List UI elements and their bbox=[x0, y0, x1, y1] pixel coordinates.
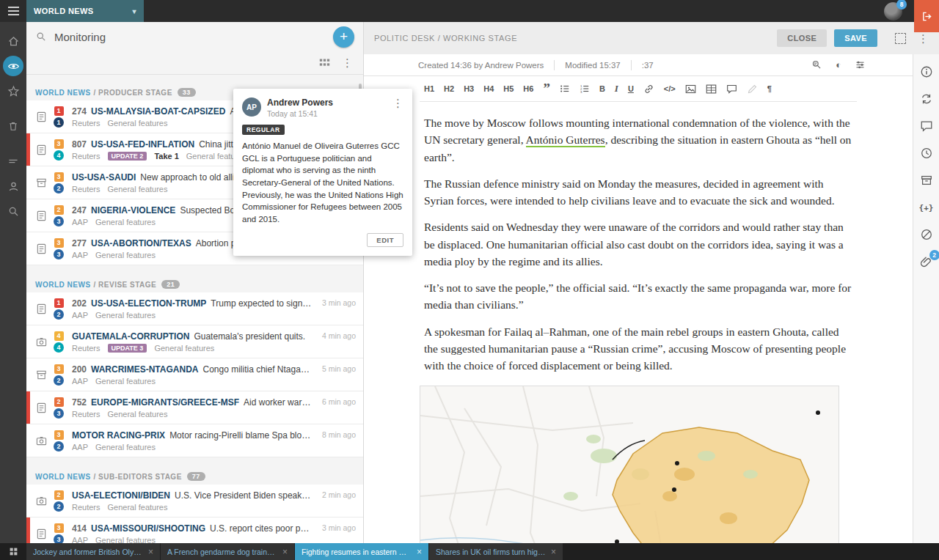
editor-scroll-area[interactable]: H1 H2 H3 H4 H5 H6 ” bbox=[364, 76, 913, 543]
code-button[interactable]: </> bbox=[664, 84, 676, 93]
modified-info: Modified 15:37 bbox=[565, 61, 620, 70]
pilcrow-button[interactable]: ¶ bbox=[767, 84, 772, 93]
editor-settings-icon[interactable] bbox=[855, 59, 866, 70]
item-badges: 22 bbox=[51, 490, 66, 512]
close-tab-icon[interactable]: × bbox=[148, 547, 153, 557]
item-slug: USA-ABORTION/TEXAS bbox=[91, 238, 191, 248]
theme-toggle-icon[interactable]: ◐ bbox=[836, 59, 841, 70]
breadcrumb: POLITIC DESK / WORKING STAGE bbox=[374, 34, 770, 43]
h2-button[interactable]: H2 bbox=[444, 84, 454, 93]
monitoring-icon[interactable] bbox=[3, 56, 23, 76]
opened-article-tab[interactable]: Jockey and former British Olympic..× bbox=[26, 543, 161, 560]
close-tab-icon[interactable]: × bbox=[282, 547, 288, 557]
dashboard-icon[interactable] bbox=[3, 31, 23, 51]
find-replace-icon[interactable] bbox=[811, 59, 822, 70]
h3-button[interactable]: H3 bbox=[464, 84, 474, 93]
italic-button[interactable]: I bbox=[615, 83, 618, 95]
monitoring-item[interactable]: 33414USA-MISSOURI/SHOOTINGU.S. report ci… bbox=[26, 517, 363, 543]
hamburger-menu-icon[interactable] bbox=[0, 0, 26, 22]
close-tab-icon[interactable]: × bbox=[417, 547, 422, 557]
logout-button[interactable] bbox=[914, 0, 939, 32]
item-headline: Guatemala's president quits. bbox=[194, 331, 305, 342]
opened-article-tab[interactable]: Fighting resumes in eastern Ghouta...× bbox=[295, 543, 429, 560]
item-content: 202US-USA-ELECTION-TRUMPTrump expected t… bbox=[66, 298, 315, 320]
group-stage-label: / REVISE STAGE bbox=[94, 281, 157, 289]
versions-history-icon[interactable] bbox=[918, 144, 935, 162]
package-type-icon bbox=[31, 177, 51, 188]
underline-button[interactable]: U bbox=[628, 84, 634, 93]
paragraph: The move by Moscow follows mounting inte… bbox=[424, 114, 852, 166]
apps-grid-icon[interactable] bbox=[0, 543, 26, 560]
map-image bbox=[420, 386, 838, 543]
tab-label: Jockey and former British Olympic.. bbox=[33, 548, 144, 556]
h4-button[interactable]: H4 bbox=[483, 84, 494, 93]
h1-button[interactable]: H1 bbox=[424, 84, 434, 93]
annotation-pencil-icon[interactable] bbox=[747, 84, 758, 95]
attachments-icon[interactable]: 2 bbox=[918, 253, 935, 270]
packages-icon[interactable] bbox=[918, 172, 935, 189]
stage-group-header[interactable]: WORLD NEWS/ REVISE STAGE21 bbox=[26, 274, 363, 292]
close-button[interactable]: CLOSE bbox=[777, 29, 827, 47]
h5-button[interactable]: H5 bbox=[503, 84, 514, 93]
item-headline: New approach to old allianc bbox=[140, 172, 248, 183]
annotated-text[interactable]: António Guterres bbox=[526, 133, 605, 147]
suggestions-icon[interactable] bbox=[918, 90, 935, 108]
blockquote-button[interactable]: ” bbox=[543, 85, 550, 92]
user-profile-icon[interactable] bbox=[3, 176, 23, 196]
urgency-badge: 1 bbox=[54, 298, 64, 308]
close-tab-icon[interactable]: × bbox=[551, 547, 556, 557]
group-count-badge: 77 bbox=[187, 472, 205, 481]
editor-menu-kebab-icon[interactable]: ⋮ bbox=[918, 33, 929, 44]
unordered-list-icon[interactable] bbox=[560, 84, 570, 94]
info-icon[interactable] bbox=[918, 63, 935, 81]
monitoring-item[interactable]: 12202US-USA-ELECTION-TRUMPTrump expected… bbox=[26, 292, 363, 325]
opened-article-tab[interactable]: Shares in UK oil firms turn higher× bbox=[429, 543, 563, 560]
item-content: USA-ELECTIONI/BIDENU.S. Vice President B… bbox=[66, 490, 315, 512]
more-items-icon[interactable] bbox=[3, 151, 23, 172]
search-icon[interactable] bbox=[3, 201, 23, 221]
link-icon[interactable] bbox=[643, 84, 654, 95]
item-content: 752EUROPE-MIGRANTS/GREECE-MSFAid worker … bbox=[66, 397, 315, 419]
bold-button[interactable]: B bbox=[599, 84, 605, 93]
monitoring-item[interactable]: 44GUATEMALA-CORRUPTIONGuatemala's presid… bbox=[26, 325, 363, 358]
monitoring-item[interactable]: 32MOTOR RACING-PRIXMotor racing-Pirelli … bbox=[26, 424, 363, 457]
stage-group-header[interactable]: WORLD NEWS/ SUB-EDITORS STAGE77 bbox=[26, 466, 363, 485]
article-body[interactable]: The move by Moscow follows mounting inte… bbox=[420, 102, 857, 374]
panel-menu-kebab-icon[interactable]: ⋮ bbox=[342, 57, 353, 68]
popup-menu-kebab-icon[interactable]: ⋮ bbox=[392, 97, 403, 108]
left-nav-rail bbox=[0, 22, 26, 543]
search-icon[interactable] bbox=[35, 31, 47, 43]
monitoring-item[interactable]: 23752EUROPE-MIGRANTS/GREECE-MSFAid worke… bbox=[26, 391, 363, 424]
item-timestamp: 6 min ago bbox=[315, 391, 363, 406]
ordered-list-icon[interactable]: 123 bbox=[580, 84, 590, 94]
monitoring-item[interactable]: 22USA-ELECTIONI/BIDENU.S. Vice President… bbox=[26, 485, 363, 517]
item-slug: GUATEMALA-CORRUPTION bbox=[72, 331, 189, 342]
grid-view-icon[interactable] bbox=[319, 57, 330, 68]
urgency-badge: 3 bbox=[54, 238, 64, 248]
monitoring-panel: Monitoring + ⋮ WORLD NEWS/ PRODUCER STAG… bbox=[26, 22, 364, 543]
comments-icon[interactable] bbox=[918, 117, 935, 135]
workspace-selector[interactable]: WORLD NEWS ▾ bbox=[26, 0, 144, 22]
monitoring-item[interactable]: 32200WARCRIMES-NTAGANDACongo militia chi… bbox=[26, 358, 363, 391]
macros-icon[interactable]: {+} bbox=[918, 199, 935, 216]
workspace-label: WORLD NEWS bbox=[34, 7, 94, 15]
save-button[interactable]: SAVE bbox=[834, 29, 877, 47]
item-badges: 12 bbox=[51, 298, 66, 320]
item-headline: Trump expected to sign Repu... bbox=[211, 298, 312, 309]
tab-label: A French gendarme dog trainer of PSIG bbox=[167, 548, 278, 556]
h6-button[interactable]: H6 bbox=[523, 84, 533, 93]
edit-annotation-button[interactable]: EDIT bbox=[367, 233, 403, 247]
add-content-button[interactable]: + bbox=[333, 26, 354, 48]
item-number: 414 bbox=[72, 523, 87, 534]
highlights-icon[interactable] bbox=[3, 81, 23, 101]
comment-icon[interactable] bbox=[726, 84, 737, 95]
item-category: General features bbox=[108, 503, 168, 512]
image-icon[interactable] bbox=[685, 84, 696, 95]
user-avatar[interactable]: 8 bbox=[884, 2, 902, 21]
priority-badge: 2 bbox=[54, 375, 64, 386]
spike-trash-icon[interactable] bbox=[3, 116, 23, 136]
table-icon[interactable] bbox=[706, 84, 717, 95]
opened-article-tab[interactable]: A French gendarme dog trainer of PSIG× bbox=[161, 543, 295, 560]
dashed-frame-icon[interactable] bbox=[895, 33, 906, 44]
unused-items-icon[interactable] bbox=[918, 226, 935, 243]
